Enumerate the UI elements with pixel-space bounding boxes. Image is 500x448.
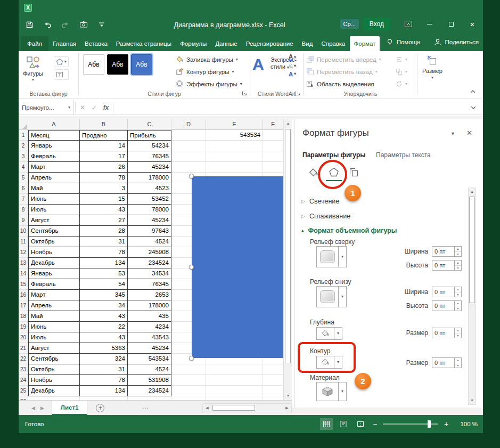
cell-B5[interactable]: 78: [80, 173, 128, 183]
sheet-nav-right-icon[interactable]: ▶: [40, 405, 44, 411]
cell-B1[interactable]: Продано: [80, 130, 128, 141]
sign-in-button[interactable]: Вход: [363, 18, 390, 30]
cell-E2[interactable]: [206, 141, 263, 151]
cell-A4[interactable]: Март: [28, 162, 80, 173]
cell-C22[interactable]: 543534: [128, 354, 171, 364]
vertical-scrollbar-thumb[interactable]: [285, 129, 291, 363]
bevel-bottom-dropdown[interactable]: ▾: [316, 286, 347, 307]
cell-A21[interactable]: Август: [28, 343, 80, 354]
cell-B3[interactable]: 17: [80, 151, 128, 162]
cell-D2[interactable]: [171, 141, 206, 151]
cell-C6[interactable]: 4523: [128, 183, 171, 194]
formula-input[interactable]: [114, 100, 470, 115]
zoom-slider-thumb[interactable]: [428, 420, 431, 428]
shape-effects-button[interactable]: Эффекты фигуры ▾: [176, 78, 242, 89]
row-header-1[interactable]: 1: [19, 130, 28, 141]
cell-A5[interactable]: Апрель: [28, 173, 80, 183]
spin-down-icon[interactable]: ▼: [455, 363, 461, 368]
row-header-24[interactable]: 24: [19, 375, 28, 386]
row-header-16[interactable]: 16: [19, 290, 28, 300]
material-dropdown[interactable]: ▾: [316, 382, 347, 401]
cell-E1[interactable]: 543534: [206, 130, 263, 141]
row-header-19[interactable]: 19: [19, 322, 28, 332]
cell-A6[interactable]: Май: [28, 183, 80, 194]
cell-C12[interactable]: 245908: [128, 247, 171, 258]
cell-C13[interactable]: 234524: [128, 258, 171, 268]
cell-A7[interactable]: Июнь: [28, 194, 80, 205]
size-button[interactable]: Размер ▾: [420, 53, 445, 80]
spin-up-icon[interactable]: ▲: [455, 247, 461, 252]
cell-A24[interactable]: Ноябрь: [28, 375, 80, 386]
cell-C20[interactable]: 43543: [128, 332, 171, 343]
cell-B18[interactable]: 43: [80, 311, 128, 322]
redo-icon[interactable]: [60, 19, 71, 30]
scroll-up-icon[interactable]: ▲: [284, 119, 292, 128]
cell-A11[interactable]: Октябрь: [28, 237, 80, 247]
shape-style-sample-1[interactable]: Абв: [83, 54, 104, 75]
row-header-14[interactable]: 14: [19, 268, 28, 279]
spin-down-icon[interactable]: ▼: [455, 266, 461, 271]
cell-D3[interactable]: [171, 151, 206, 162]
cell-A13[interactable]: Декабрь: [28, 258, 80, 268]
depth-size-spinner[interactable]: 0 пт ▲▼: [432, 328, 462, 338]
row-header-3[interactable]: 3: [19, 151, 28, 162]
cell-F1[interactable]: [263, 130, 283, 141]
spinner-arrows[interactable]: ▲▼: [454, 358, 461, 368]
row-header-23[interactable]: 23: [19, 364, 28, 375]
cell-E3[interactable]: [206, 151, 263, 162]
cell-C21[interactable]: 45234: [128, 343, 171, 354]
cell-C17[interactable]: 178000: [128, 300, 171, 311]
cell-D4[interactable]: [171, 162, 206, 173]
shape-styles-dialog-launcher-icon[interactable]: [242, 91, 248, 97]
cell-B14[interactable]: 53: [80, 268, 128, 279]
row-header-21[interactable]: 21: [19, 343, 28, 354]
cell-C19[interactable]: 4234: [128, 322, 171, 332]
spin-up-icon[interactable]: ▲: [455, 328, 461, 333]
selection-pane-button[interactable]: Область выделения: [306, 78, 381, 89]
spinner-arrows[interactable]: ▲▼: [454, 247, 461, 256]
tab-text-options[interactable]: Параметры текста: [376, 151, 431, 159]
ribbon-tab-Файл[interactable]: Файл: [21, 36, 48, 51]
normal-view-button[interactable]: [320, 418, 333, 430]
cell-A23[interactable]: Октябрь: [28, 364, 80, 375]
row-header-7[interactable]: 7: [19, 194, 28, 205]
depth-color-dropdown[interactable]: ▾: [316, 327, 342, 340]
zoom-level[interactable]: 100 %: [454, 421, 478, 427]
cell-C5[interactable]: 178000: [128, 173, 171, 183]
cell-C11[interactable]: 4524: [128, 237, 171, 247]
spin-down-icon[interactable]: ▼: [455, 252, 461, 257]
cell-B13[interactable]: 134: [80, 258, 128, 268]
cell-A14[interactable]: Январь: [28, 268, 80, 279]
bevel-bottom-width-spinner[interactable]: 0 пт ▲▼: [432, 287, 462, 297]
spinner-arrows[interactable]: ▲▼: [454, 301, 461, 311]
tab-bar-more-icon[interactable]: ⋯: [142, 404, 148, 412]
cell-C3[interactable]: 76345: [128, 151, 171, 162]
cell-C23[interactable]: 4524: [128, 364, 171, 375]
cell-D26[interactable]: [171, 396, 206, 400]
cell-A1[interactable]: Месяц: [28, 130, 80, 141]
cell-A10[interactable]: Сентябрь: [28, 226, 80, 237]
cell-F4[interactable]: [263, 162, 283, 173]
cell-C10[interactable]: 97643: [128, 226, 171, 237]
sheet-nav-left-icon[interactable]: ◀: [31, 405, 35, 411]
spin-down-icon[interactable]: ▼: [455, 333, 461, 338]
spin-up-icon[interactable]: ▲: [455, 260, 461, 266]
page-break-preview-button[interactable]: [354, 418, 367, 430]
zoom-out-button[interactable]: −: [371, 420, 379, 428]
ribbon-tab-Формулы[interactable]: Формулы: [176, 36, 211, 51]
formula-cancel-icon[interactable]: ✕: [77, 104, 88, 111]
scroll-right-icon[interactable]: ▶: [283, 406, 291, 410]
cell-D1[interactable]: [171, 130, 206, 141]
cell-A12[interactable]: Ноябрь: [28, 247, 80, 258]
shape-style-sample-2[interactable]: Абв: [107, 54, 128, 75]
row-header-10[interactable]: 10: [19, 226, 28, 237]
select-all-corner[interactable]: [19, 119, 28, 130]
close-button[interactable]: ×: [462, 15, 483, 33]
cell-F24[interactable]: [263, 375, 283, 386]
cell-E23[interactable]: [206, 364, 263, 375]
ribbon-tab-Данные[interactable]: Данные: [211, 36, 242, 51]
column-header-C[interactable]: C: [128, 119, 171, 130]
cell-C1[interactable]: Прибыль: [128, 130, 171, 141]
cell-B7[interactable]: 15: [80, 194, 128, 205]
row-header-22[interactable]: 22: [19, 354, 28, 364]
